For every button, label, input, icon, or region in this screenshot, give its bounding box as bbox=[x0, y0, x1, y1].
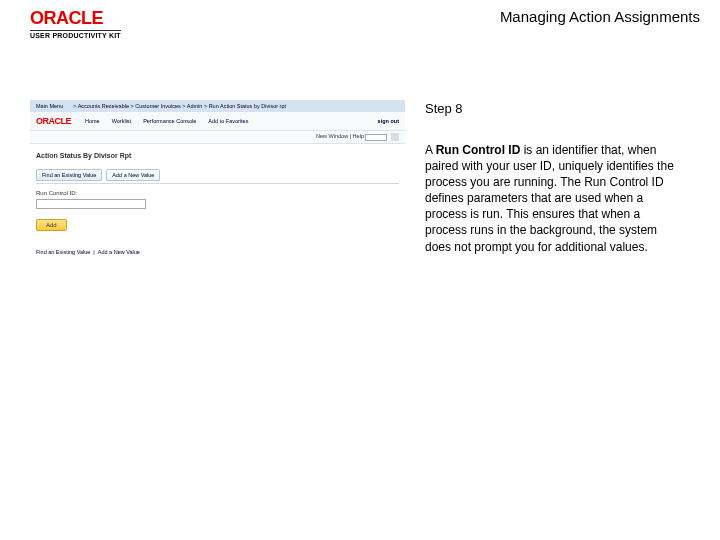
tab-add-new[interactable]: Add a New Value bbox=[106, 169, 160, 181]
footer-find-link[interactable]: Find an Existing Value bbox=[36, 249, 90, 255]
nav-home[interactable]: Home bbox=[85, 118, 100, 124]
search-icon[interactable] bbox=[391, 133, 399, 141]
nav-perf-console[interactable]: Performance Console bbox=[143, 118, 196, 124]
breadcrumb-path: > Accounts Receivable > Customer Invoice… bbox=[73, 103, 286, 109]
logo-block: ORACLE USER PRODUCTIVITY KIT bbox=[30, 8, 121, 39]
add-button[interactable]: Add bbox=[36, 219, 67, 231]
signout-link[interactable]: sign out bbox=[378, 118, 399, 124]
ss-tabs: Find an Existing Value Add a New Value bbox=[36, 169, 399, 181]
logo-subtext: USER PRODUCTIVITY KIT bbox=[30, 30, 121, 39]
oracle-logo: ORACLE bbox=[30, 8, 121, 29]
step-description: A Run Control ID is an identifier that, … bbox=[425, 142, 685, 255]
mini-search-input[interactable] bbox=[365, 134, 387, 141]
desc-pre: A bbox=[425, 143, 436, 157]
footer-add-link[interactable]: Add a New Value bbox=[98, 249, 140, 255]
step-label: Step 8 bbox=[425, 100, 685, 118]
ss-nav: Home Worklist Performance Console Add to… bbox=[85, 118, 248, 124]
ss-body: Action Status By Divisor Rpt Find an Exi… bbox=[30, 144, 405, 263]
ss-heading: Action Status By Divisor Rpt bbox=[36, 152, 399, 159]
ss-footer-links: Find an Existing Value | Add a New Value bbox=[36, 249, 399, 255]
side-text: Step 8 A Run Control ID is an identifier… bbox=[425, 100, 685, 280]
ss-brandrow: ORACLE Home Worklist Performance Console… bbox=[30, 112, 405, 131]
nav-add-fav[interactable]: Add to Favorites bbox=[208, 118, 248, 124]
subrow-label: New Window | Help bbox=[316, 133, 364, 139]
breadcrumb-main: Main Menu bbox=[36, 103, 63, 109]
run-control-id-label: Run Control ID: bbox=[36, 190, 399, 196]
ss-subrow: New Window | Help bbox=[30, 131, 405, 144]
tab-find-existing[interactable]: Find an Existing Value bbox=[36, 169, 102, 181]
mini-oracle-logo: ORACLE bbox=[36, 116, 71, 126]
embedded-screenshot: Main Menu > Accounts Receivable > Custom… bbox=[30, 100, 405, 280]
footer-sep: | bbox=[93, 249, 94, 255]
page-title: Managing Action Assignments bbox=[500, 8, 700, 25]
ss-topbar: Main Menu > Accounts Receivable > Custom… bbox=[30, 100, 405, 112]
page-header: ORACLE USER PRODUCTIVITY KIT Managing Ac… bbox=[0, 0, 720, 45]
content-row: Main Menu > Accounts Receivable > Custom… bbox=[0, 100, 720, 280]
nav-worklist[interactable]: Worklist bbox=[112, 118, 131, 124]
desc-post: is an identifier that, when paired with … bbox=[425, 143, 674, 254]
run-control-id-input[interactable] bbox=[36, 199, 146, 209]
ss-form: Run Control ID: Add Find an Existing Val… bbox=[36, 183, 399, 255]
desc-bold: Run Control ID bbox=[436, 143, 521, 157]
